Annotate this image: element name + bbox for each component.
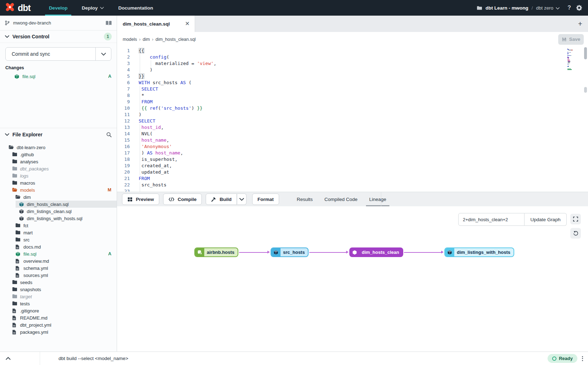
code-line: created_at, <box>139 163 588 169</box>
search-icon[interactable] <box>106 132 112 137</box>
file-name: sources.yml <box>23 273 48 278</box>
file-explorer-header[interactable]: File Explorer <box>0 128 117 141</box>
folder-icon <box>15 223 21 228</box>
tree-item-mart[interactable]: mart <box>0 229 117 236</box>
folder-open-icon <box>15 195 21 200</box>
account-name[interactable]: dbt Learn - mwong <box>486 5 528 11</box>
tree-item-models[interactable]: modelsM <box>0 186 117 194</box>
tree-item-macros[interactable]: macros <box>0 179 117 186</box>
lineage-edge <box>309 252 346 253</box>
help-icon[interactable]: ? <box>567 5 571 11</box>
lineage-node-dim_listings_with_hosts[interactable]: dim_listings_with_hosts <box>444 247 514 257</box>
editor-tab-bar: dim_hosts_clean.sql ✕ + <box>117 16 588 32</box>
open-file-tab[interactable]: dim_hosts_clean.sql ✕ <box>117 16 195 32</box>
build-button[interactable]: Build <box>206 194 237 205</box>
tree-item-sources.yml[interactable]: sources.yml <box>0 272 117 279</box>
code-area[interactable]: {{ config( materialized = 'view', )}}WIT… <box>133 47 588 192</box>
model-cube-icon <box>14 74 20 79</box>
editor-minimap[interactable] <box>567 48 579 71</box>
new-tab-plus-icon[interactable]: + <box>578 20 582 28</box>
tree-item-src[interactable]: src <box>0 236 117 243</box>
compile-button[interactable]: Compile <box>163 194 202 205</box>
tree-item-seeds[interactable]: seeds <box>0 279 117 286</box>
indent-guide <box>140 143 140 150</box>
tree-item-analyses[interactable]: analyses <box>0 158 117 165</box>
tree-item-dim_listings_with_hosts.sql[interactable]: dim_listings_with_hosts.sql <box>0 215 117 222</box>
indent-guide <box>140 182 140 188</box>
format-button[interactable]: Format <box>252 194 279 205</box>
tree-item-.github[interactable]: .github <box>0 151 117 158</box>
open-file-tab-title: dim_hosts_clean.sql <box>123 21 170 27</box>
save-button[interactable]: Save <box>558 34 584 45</box>
tree-item-docs.md[interactable]: docs.md <box>0 243 117 250</box>
tree-item-file.sql[interactable]: file.sqlA <box>0 250 117 257</box>
file-name: seeds <box>20 280 33 285</box>
tab-compiled-code[interactable]: Compiled Code <box>324 192 357 206</box>
lineage-node-dim_hosts_clean[interactable]: dim_hosts_clean <box>349 247 403 257</box>
chevron-up-icon[interactable] <box>0 357 16 360</box>
kebab-menu-icon[interactable] <box>582 356 583 361</box>
tree-item-tests[interactable]: tests <box>0 300 117 307</box>
tree-item-dbt-learn-zero[interactable]: dbt-learn-zero <box>0 144 117 151</box>
indent-guide <box>140 150 140 156</box>
code-line: config( <box>139 54 588 60</box>
top-nav: dbt Develop Deploy Documentation dbt Lea… <box>0 0 588 16</box>
tree-item-.gitignore[interactable]: .gitignore <box>0 307 117 314</box>
tab-results[interactable]: Results <box>297 192 313 206</box>
indent-guide <box>140 86 140 92</box>
file-name: packages.yml <box>20 329 48 335</box>
indent-guide <box>151 60 151 67</box>
folder-icon <box>15 230 21 235</box>
preview-button[interactable]: Preview <box>122 194 159 205</box>
tree-item-target[interactable]: target <box>0 293 117 300</box>
tree-item-schema.yml[interactable]: schema.yml <box>0 265 117 272</box>
nav-menu-documentation[interactable]: Documentation <box>111 0 160 16</box>
tree-item-README.md[interactable]: README.md <box>0 314 117 321</box>
lineage-node-src_hosts[interactable]: src_hosts <box>271 247 309 257</box>
tree-item-dbt_project.yml[interactable]: dbt_project.yml <box>0 321 117 328</box>
tree-item-dim_listings_clean.sql[interactable]: dim_listings_clean.sql <box>0 208 117 215</box>
model-cube-icon <box>19 209 24 214</box>
project-selector[interactable]: dbt zero <box>536 5 560 11</box>
nav-menu-develop[interactable]: Develop <box>42 0 75 16</box>
changed-file-row[interactable]: file.sql A <box>0 72 117 80</box>
tree-item-logs[interactable]: logs <box>0 172 117 179</box>
file-name: macros <box>20 180 35 186</box>
tree-item-dim_hosts_clean.sql[interactable]: dim_hosts_clean.sql <box>0 201 117 208</box>
indent-guide <box>140 105 140 111</box>
code-line: NVL( <box>139 131 588 137</box>
build-options-chevron[interactable] <box>237 194 246 205</box>
version-control-section: Version Control 1 Commit and sync Change… <box>0 31 117 128</box>
path-separator: / <box>532 5 533 11</box>
tree-item-snapshots[interactable]: snapshots <box>0 286 117 293</box>
folder-icon <box>12 159 17 164</box>
scrollbar-thumb[interactable] <box>584 47 587 59</box>
dbt-logo[interactable]: dbt <box>0 2 36 13</box>
content-column: dim_hosts_clean.sql ✕ + models › dim › d… <box>117 16 588 352</box>
tree-item-dbt_packages[interactable]: dbt_packages <box>0 165 117 172</box>
line-number: 15 <box>117 137 130 143</box>
lineage-node-airbnb.hosts[interactable]: airbnb.hosts <box>194 247 238 257</box>
hammer-icon <box>211 197 216 202</box>
command-input[interactable]: dbt build --select <model_name> <box>59 356 128 361</box>
scrollbar-thumb[interactable] <box>584 87 587 93</box>
toolbar-divider <box>381 192 381 206</box>
lineage-node-label: src_hosts <box>281 248 308 256</box>
tree-item-fct[interactable]: fct <box>0 222 117 229</box>
file-name: dim_listings_clean.sql <box>27 209 72 214</box>
folder-icon <box>12 180 17 186</box>
tab-lineage[interactable]: Lineage <box>369 192 386 206</box>
tree-item-dim[interactable]: dim <box>0 194 117 201</box>
folder-icon <box>15 237 21 243</box>
commit-options-chevron[interactable] <box>95 48 111 60</box>
commit-and-sync-button[interactable]: Commit and sync <box>5 47 111 61</box>
tree-item-overview.md[interactable]: overview.md <box>0 257 117 265</box>
code-line: FROM <box>139 175 588 182</box>
docs-book-icon[interactable] <box>105 20 112 26</box>
tree-item-packages.yml[interactable]: packages.yml <box>0 328 117 336</box>
gear-icon[interactable] <box>576 5 582 11</box>
version-control-header[interactable]: Version Control 1 <box>0 31 117 43</box>
nav-menu-deploy[interactable]: Deploy <box>74 0 111 16</box>
line-number: 4 <box>117 67 130 73</box>
close-icon[interactable]: ✕ <box>185 21 190 27</box>
